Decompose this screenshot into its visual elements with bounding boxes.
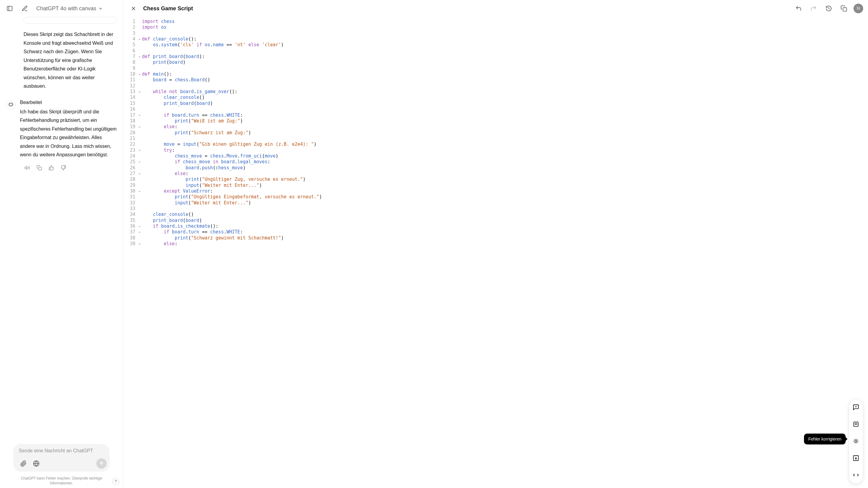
code-line[interactable]: input("Weiter mit Enter...") — [142, 183, 868, 189]
code-line[interactable]: import chess — [142, 19, 868, 25]
code-line[interactable]: if chess_move in board.legal_moves: — [142, 159, 868, 165]
code-line[interactable]: print_board(board) — [142, 218, 868, 224]
code-line[interactable]: print("Schwarz ist am Zug:") — [142, 130, 868, 136]
code-line[interactable]: else: — [142, 241, 868, 247]
fold-toggle[interactable] — [137, 54, 142, 60]
code-line[interactable]: input("Weiter mit Enter...") — [142, 200, 868, 206]
composer[interactable]: Sende eine Nachricht an ChatGPT — [13, 444, 110, 472]
port-tool[interactable] — [850, 453, 861, 463]
line-number: 37 — [123, 229, 135, 235]
chat-scroll[interactable]: Dieses Skript zeigt das Schachbrett in d… — [0, 17, 123, 441]
code-line[interactable]: except ValueError: — [142, 189, 868, 194]
line-number: 13 — [123, 89, 135, 95]
copy-code-button[interactable] — [838, 3, 849, 14]
code-line[interactable] — [142, 83, 868, 89]
code-line[interactable]: move = input("Gib einen gültigen Zug ein… — [142, 142, 868, 147]
review-tool[interactable] — [850, 469, 861, 481]
history-button[interactable] — [823, 3, 834, 14]
fold-toggle — [137, 101, 142, 107]
line-number: 24 — [123, 153, 135, 159]
fold-toggle[interactable] — [137, 71, 142, 77]
fold-toggle[interactable] — [137, 113, 142, 118]
comment-tool[interactable] — [850, 402, 861, 413]
copy-button[interactable] — [35, 164, 43, 172]
fold-toggle[interactable] — [137, 124, 142, 130]
fold-toggle[interactable] — [137, 148, 142, 153]
code-line[interactable] — [142, 66, 868, 71]
fold-toggle[interactable] — [137, 89, 142, 95]
code-line[interactable]: chess_move = chess.Move.from_uci(move) — [142, 153, 868, 159]
code-line[interactable]: print_board(board) — [142, 101, 868, 107]
assistant-message-2: Ich habe das Skript überprüft und die Fe… — [20, 108, 117, 159]
fix-errors-tool[interactable] — [850, 436, 861, 447]
help-button[interactable]: ? — [112, 478, 119, 485]
composer-area: Sende eine Nachricht an ChatGPT — [0, 441, 123, 474]
fold-toggle[interactable] — [137, 36, 142, 42]
code-line[interactable]: import os — [142, 25, 868, 30]
arrow-up-icon — [99, 461, 104, 466]
code-line[interactable]: def main(): — [142, 71, 868, 77]
code-line[interactable]: print("Ungültiger Zug, versuche es erneu… — [142, 177, 868, 182]
logs-tool[interactable] — [850, 419, 861, 430]
code-line[interactable]: print("Ungültiges Eingabeformat, versuch… — [142, 194, 868, 200]
fold-toggle[interactable] — [137, 241, 142, 247]
fold-toggle[interactable] — [137, 224, 142, 229]
toggle-sidebar-button[interactable] — [4, 3, 15, 14]
code-line[interactable]: try: — [142, 148, 868, 153]
close-canvas-button[interactable] — [128, 3, 139, 14]
code-line[interactable]: else: — [142, 171, 868, 177]
thumbs-up-button[interactable] — [47, 164, 56, 172]
fold-toggle — [137, 136, 142, 142]
model-selector[interactable]: ChatGPT 4o with canvas — [34, 4, 105, 13]
code-line[interactable]: while not board.is_game_over(): — [142, 89, 868, 95]
code-line[interactable]: if board.is_checkmate(): — [142, 224, 868, 229]
code-line[interactable]: if board.turn == chess.WHITE: — [142, 229, 868, 235]
code-line[interactable]: def clear_console(): — [142, 36, 868, 42]
code-line[interactable]: board.push(chess_move) — [142, 165, 868, 171]
web-button[interactable] — [31, 459, 41, 468]
composer-input[interactable]: Sende eine Nachricht an ChatGPT — [19, 448, 106, 454]
read-aloud-button[interactable] — [23, 164, 31, 172]
openai-logo-icon — [8, 103, 13, 108]
code-line[interactable]: def print_board(board): — [142, 54, 868, 60]
undo-icon — [795, 5, 802, 12]
user-avatar[interactable]: SI — [854, 4, 863, 13]
fold-toggle — [137, 218, 142, 224]
fold-toggle — [137, 130, 142, 136]
line-number: 11 — [123, 77, 135, 83]
code-line[interactable]: clear_console() — [142, 212, 868, 218]
code-line[interactable]: print(board) — [142, 60, 868, 65]
code-line[interactable] — [142, 107, 868, 112]
send-button[interactable] — [96, 458, 106, 469]
line-number: 35 — [123, 218, 135, 224]
code-line[interactable]: board = chess.Board() — [142, 77, 868, 83]
fold-toggle — [137, 212, 142, 218]
copy-icon — [36, 165, 42, 171]
code-line[interactable]: print("Weiß ist am Zug:") — [142, 118, 868, 124]
code-line[interactable]: clear_console() — [142, 95, 868, 101]
fold-toggle[interactable] — [137, 189, 142, 194]
code-line[interactable] — [142, 136, 868, 142]
code-line[interactable]: os.system('cls' if os.name == 'nt' else … — [142, 42, 868, 48]
code-content[interactable]: import chessimport os def clear_console(… — [142, 19, 868, 488]
new-chat-button[interactable] — [19, 3, 30, 14]
fold-toggle[interactable] — [137, 171, 142, 177]
code-line[interactable]: else: — [142, 124, 868, 130]
code-line[interactable] — [142, 31, 868, 36]
code-line[interactable] — [142, 48, 868, 54]
fold-toggle[interactable] — [137, 159, 142, 165]
redo-button[interactable] — [808, 3, 819, 14]
code-line[interactable]: print("Schwarz gewinnt mit Schachmatt!") — [142, 235, 868, 241]
line-number: 7 — [123, 54, 135, 60]
fold-toggle — [137, 48, 142, 54]
thumbs-down-button[interactable] — [59, 164, 68, 172]
undo-button[interactable] — [793, 3, 804, 14]
fold-toggle[interactable] — [137, 229, 142, 235]
attach-button[interactable] — [19, 459, 28, 468]
code-editor[interactable]: 1234567891011121314151617181920212223242… — [123, 17, 868, 488]
code-line[interactable] — [142, 206, 868, 212]
inline-code-preview[interactable] — [24, 17, 117, 24]
line-number: 6 — [123, 48, 135, 54]
chat-header: ChatGPT 4o with canvas — [0, 0, 123, 17]
code-line[interactable]: if board.turn == chess.WHITE: — [142, 113, 868, 118]
